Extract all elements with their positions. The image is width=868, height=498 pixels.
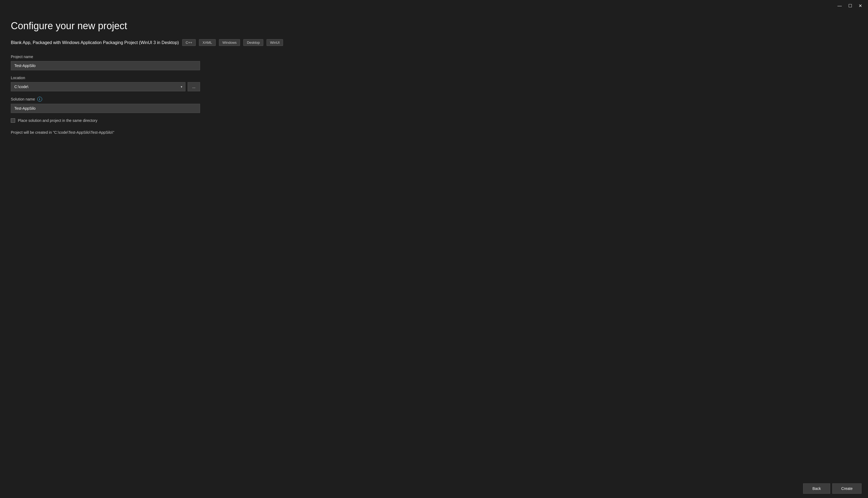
solution-name-label-row: Solution name i bbox=[11, 97, 200, 102]
solution-name-group: Solution name i bbox=[11, 97, 200, 113]
project-path-info: Project will be created in "C:\code\Test… bbox=[11, 130, 200, 134]
project-name-input[interactable] bbox=[11, 61, 200, 70]
footer: Back Create bbox=[0, 479, 868, 498]
location-group: Location C:\code\ ▼ ... bbox=[11, 76, 200, 91]
title-bar: — ☐ ✕ bbox=[0, 0, 868, 12]
tag-winui: WinUI bbox=[267, 39, 283, 46]
back-button[interactable]: Back bbox=[803, 483, 830, 494]
location-row: C:\code\ ▼ ... bbox=[11, 82, 200, 91]
title-bar-buttons: — ☐ ✕ bbox=[835, 2, 865, 10]
project-name-label: Project name bbox=[11, 55, 200, 59]
solution-name-info-icon[interactable]: i bbox=[37, 97, 42, 102]
project-type-row: Blank App, Packaged with Windows Applica… bbox=[11, 39, 857, 46]
main-content: Configure your new project Blank App, Pa… bbox=[0, 12, 868, 479]
location-dropdown[interactable]: C:\code\ bbox=[11, 82, 185, 91]
tag-cpp: C++ bbox=[182, 39, 196, 46]
tag-desktop: Desktop bbox=[243, 39, 263, 46]
same-directory-checkbox[interactable] bbox=[11, 118, 15, 123]
close-button[interactable]: ✕ bbox=[856, 2, 865, 10]
form-section: Project name Location C:\code\ ▼ ... Sol… bbox=[11, 55, 200, 134]
project-type-name: Blank App, Packaged with Windows Applica… bbox=[11, 40, 179, 45]
minimize-button[interactable]: — bbox=[835, 2, 844, 10]
location-input-wrapper: C:\code\ ▼ bbox=[11, 82, 185, 91]
same-directory-label[interactable]: Place solution and project in the same d… bbox=[18, 118, 97, 123]
location-label: Location bbox=[11, 76, 200, 80]
same-directory-checkbox-row: Place solution and project in the same d… bbox=[11, 118, 200, 123]
browse-button[interactable]: ... bbox=[187, 82, 200, 91]
solution-name-input[interactable] bbox=[11, 104, 200, 113]
tag-windows: Windows bbox=[219, 39, 240, 46]
page-title: Configure your new project bbox=[11, 20, 857, 31]
create-button[interactable]: Create bbox=[832, 483, 861, 494]
tag-xaml: XAML bbox=[199, 39, 216, 46]
maximize-button[interactable]: ☐ bbox=[845, 2, 855, 10]
project-name-group: Project name bbox=[11, 55, 200, 70]
